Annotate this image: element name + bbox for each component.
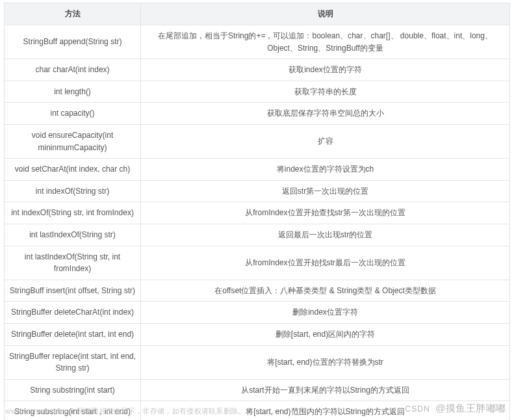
cell-method: int lastIndexOf(String str, int fromInde… xyxy=(5,246,141,280)
cell-desc: 将index位置的字符设置为ch xyxy=(141,159,510,181)
header-method: 方法 xyxy=(5,3,141,25)
footer-note: www.toymoban.com 网络图片仅供展示，非存储，如有侵权请联系删除。 xyxy=(5,406,246,416)
table-row: StringBuffer replace(int start, int end,… xyxy=(5,345,510,379)
cell-method: StringBuffer delete(int start, int end) xyxy=(5,323,141,345)
cell-method: StringBuffer deleteCharAt(int index) xyxy=(5,302,141,324)
cell-desc: 从start开始一直到末尾的字符以String的方式返回 xyxy=(141,379,510,401)
table-row: StringBuff append(String str)在尾部追加，相当于St… xyxy=(5,25,510,59)
cell-desc: 在尾部追加，相当于String的+=，可以追加：boolean、char、cha… xyxy=(141,25,510,59)
table-row: int capacity()获取底层保存字符串空间总的大小 xyxy=(5,103,510,125)
table-row: int lastIndexOf(String str, int fromInde… xyxy=(5,246,510,280)
cell-desc: 将[start, end)位置的字符替换为str xyxy=(141,345,510,379)
cell-desc: 删除[start, end)区间内的字符 xyxy=(141,323,510,345)
cell-method: int lastIndexOf(String str) xyxy=(5,224,141,246)
cell-desc: 返回最后一次出现str的位置 xyxy=(141,224,510,246)
cell-desc: 获取字符串的长度 xyxy=(141,81,510,103)
cell-method: void ensureCapacity(int mininmumCapacity… xyxy=(5,124,141,158)
cell-method: StringBuffer replace(int start, int end,… xyxy=(5,345,141,379)
cell-method: int indexOf(String str, int fromIndex) xyxy=(5,202,141,224)
cell-desc: 删除index位置字符 xyxy=(141,302,510,324)
table-row: char charAt(int index)获取index位置的字符 xyxy=(5,59,510,81)
header-desc: 说明 xyxy=(141,3,510,25)
table-row: void ensureCapacity(int mininmumCapacity… xyxy=(5,124,510,158)
cell-desc: 获取底层保存字符串空间总的大小 xyxy=(141,103,510,125)
cell-method: int indexOf(String str) xyxy=(5,180,141,202)
method-table-wrap: 方法 说明 StringBuff append(String str)在尾部追加… xyxy=(0,0,514,420)
cell-method: int capacity() xyxy=(5,103,141,125)
table-row: int indexOf(String str)返回str第一次出现的位置 xyxy=(5,180,510,202)
method-table: 方法 说明 StringBuff append(String str)在尾部追加… xyxy=(4,3,510,420)
table-header-row: 方法 说明 xyxy=(5,3,510,25)
table-row: void setCharAt(int index, char ch)将index… xyxy=(5,159,510,181)
cell-method: String substring(int start) xyxy=(5,379,141,401)
table-row: int indexOf(String str, int fromIndex)从f… xyxy=(5,202,510,224)
table-row: StringBuffer delete(int start, int end)删… xyxy=(5,323,510,345)
cell-desc: 获取index位置的字符 xyxy=(141,59,510,81)
cell-method: StringBuff append(String str) xyxy=(5,25,141,59)
table-row: StringBuffer deleteCharAt(int index)删除in… xyxy=(5,302,510,324)
cell-desc: 从fromIndex位置开始查找str第一次出现的位置 xyxy=(141,202,510,224)
cell-desc: 从fromIndex位置开始找str最后一次出现的位置 xyxy=(141,246,510,280)
cell-desc: 返回str第一次出现的位置 xyxy=(141,180,510,202)
cell-method: StringBuff insert(int offset, String str… xyxy=(5,280,141,302)
cell-desc: 扩容 xyxy=(141,124,510,158)
cell-method: char charAt(int index) xyxy=(5,59,141,81)
watermark-prefix: CSDN xyxy=(405,404,430,413)
table-row: int lastIndexOf(String str)返回最后一次出现str的位… xyxy=(5,224,510,246)
table-row: String substring(int start)从start开始一直到末尾… xyxy=(5,379,510,401)
watermark: CSDN @摸鱼王胖嘟嘟 xyxy=(405,402,506,415)
table-row: int length()获取字符串的长度 xyxy=(5,81,510,103)
footer-domain: www.toymoban.com xyxy=(5,407,74,415)
table-row: StringBuff insert(int offset, String str… xyxy=(5,280,510,302)
watermark-name: @摸鱼王胖嘟嘟 xyxy=(435,402,506,413)
cell-method: void setCharAt(int index, char ch) xyxy=(5,159,141,181)
footer-text: 网络图片仅供展示，非存储，如有侵权请联系删除。 xyxy=(77,407,246,415)
cell-method: int length() xyxy=(5,81,141,103)
cell-desc: 在offset位置插入：八种基类类型 & String类型 & Object类型… xyxy=(141,280,510,302)
